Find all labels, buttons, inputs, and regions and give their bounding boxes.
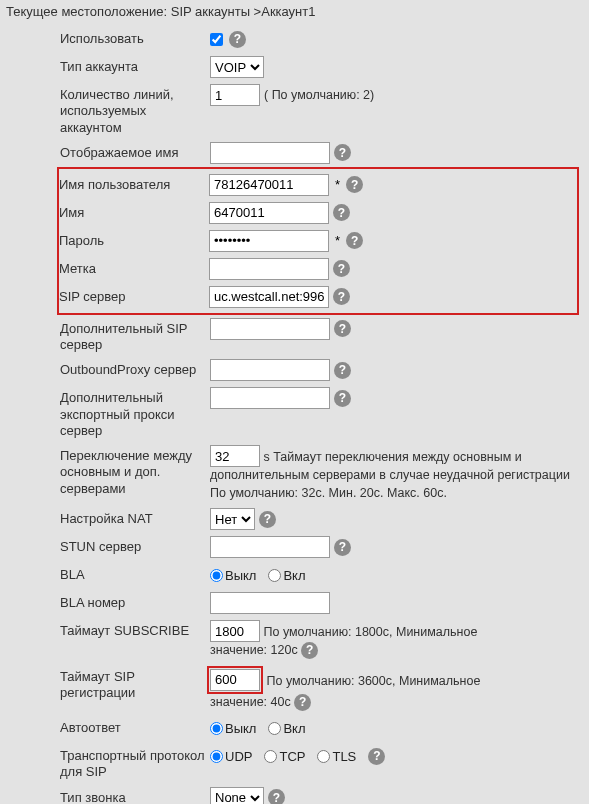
- account-type-select[interactable]: VOIP: [210, 56, 264, 78]
- breadcrumb: Текущее местоположение: SIP аккаунты >Ак…: [0, 0, 589, 25]
- label-subscribe-timeout: Таймаут SUBSCRIBE: [60, 620, 210, 639]
- required-asterisk: *: [333, 233, 342, 248]
- sipreg-hint-b: значение: 40с: [210, 695, 291, 709]
- stun-input[interactable]: [210, 536, 330, 558]
- label-use: Использовать: [60, 28, 210, 47]
- help-icon[interactable]: ?: [333, 260, 350, 277]
- extra-export-proxy-input[interactable]: [210, 387, 330, 409]
- help-icon[interactable]: ?: [294, 694, 311, 711]
- help-icon[interactable]: ?: [368, 748, 385, 765]
- sip-server-input[interactable]: [209, 286, 329, 308]
- subscribe-timeout-input[interactable]: [210, 620, 260, 642]
- bla-on-option[interactable]: Вкл: [268, 568, 305, 583]
- bla-off-option[interactable]: Выкл: [210, 568, 256, 583]
- help-icon[interactable]: ?: [229, 31, 246, 48]
- transport-tls-option[interactable]: TLS: [317, 749, 356, 764]
- label-password: Пароль: [59, 230, 209, 249]
- label-auto-answer: Автоответ: [60, 717, 210, 736]
- sipreg-hint-a: По умолчанию: 3600с, Минимальное: [266, 673, 480, 687]
- label-bla-number: BLA номер: [60, 592, 210, 611]
- label-name: Имя: [59, 202, 209, 221]
- label-transport: Транспортный протокол для SIP: [60, 745, 210, 781]
- lines-input[interactable]: [210, 84, 260, 106]
- help-icon[interactable]: ?: [334, 144, 351, 161]
- nat-select[interactable]: Нет: [210, 508, 255, 530]
- help-icon[interactable]: ?: [334, 390, 351, 407]
- highlighted-credentials-group: Имя пользователя * ? Имя ? Пароль: [57, 167, 579, 315]
- use-checkbox[interactable]: [210, 33, 223, 46]
- auto-answer-on-option[interactable]: Вкл: [268, 721, 305, 736]
- password-input[interactable]: [209, 230, 329, 252]
- tag-input[interactable]: [209, 258, 329, 280]
- label-bla: BLA: [60, 564, 210, 583]
- help-icon[interactable]: ?: [259, 511, 276, 528]
- label-switch-servers: Переключение между основным и доп. серве…: [60, 445, 210, 497]
- name-input[interactable]: [209, 202, 329, 224]
- label-nat: Настройка NAT: [60, 508, 210, 527]
- outbound-proxy-input[interactable]: [210, 359, 330, 381]
- username-input[interactable]: [209, 174, 329, 196]
- help-icon[interactable]: ?: [333, 288, 350, 305]
- auto-answer-off-option[interactable]: Выкл: [210, 721, 256, 736]
- label-ring-type: Тип звонка: [60, 787, 210, 804]
- label-account-type: Тип аккаунта: [60, 56, 210, 75]
- help-icon[interactable]: ?: [334, 539, 351, 556]
- help-icon[interactable]: ?: [268, 789, 285, 804]
- label-lines: Количество линий, используемых аккаунтом: [60, 84, 210, 136]
- lines-default-hint: ( По умолчанию: 2): [264, 87, 374, 103]
- help-icon[interactable]: ?: [334, 362, 351, 379]
- help-icon[interactable]: ?: [301, 642, 318, 659]
- help-icon[interactable]: ?: [334, 320, 351, 337]
- highlighted-sip-reg-timeout: [207, 666, 263, 694]
- label-sip-server: SIP сервер: [59, 286, 209, 305]
- bla-number-input[interactable]: [210, 592, 330, 614]
- subscribe-hint-a: По умолчанию: 1800с, Минимальное: [263, 625, 477, 639]
- help-icon[interactable]: ?: [346, 232, 363, 249]
- label-tag: Метка: [59, 258, 209, 277]
- required-asterisk: *: [333, 177, 342, 192]
- help-icon[interactable]: ?: [333, 204, 350, 221]
- subscribe-hint-b: значение: 120с: [210, 643, 298, 657]
- label-extra-export-proxy: Дополнительный экспортный прокси сервер: [60, 387, 210, 439]
- transport-tcp-option[interactable]: TCP: [264, 749, 305, 764]
- label-outbound-proxy: OutboundProxy сервер: [60, 359, 210, 378]
- transport-udp-option[interactable]: UDP: [210, 749, 252, 764]
- sip-server-extra-input[interactable]: [210, 318, 330, 340]
- label-display-name: Отображаемое имя: [60, 142, 210, 161]
- label-sip-server-extra: Дополнительный SIP сервер: [60, 318, 210, 354]
- ring-type-select[interactable]: None: [210, 787, 264, 804]
- label-username: Имя пользователя: [59, 174, 209, 193]
- server-switch-interval-input[interactable]: [210, 445, 260, 467]
- label-sip-reg-timeout: Таймаут SIP регистрации: [60, 666, 210, 702]
- label-stun: STUN сервер: [60, 536, 210, 555]
- display-name-input[interactable]: [210, 142, 330, 164]
- sip-reg-timeout-input[interactable]: [210, 669, 260, 691]
- switch-seconds-suffix: s: [263, 450, 269, 464]
- help-icon[interactable]: ?: [346, 176, 363, 193]
